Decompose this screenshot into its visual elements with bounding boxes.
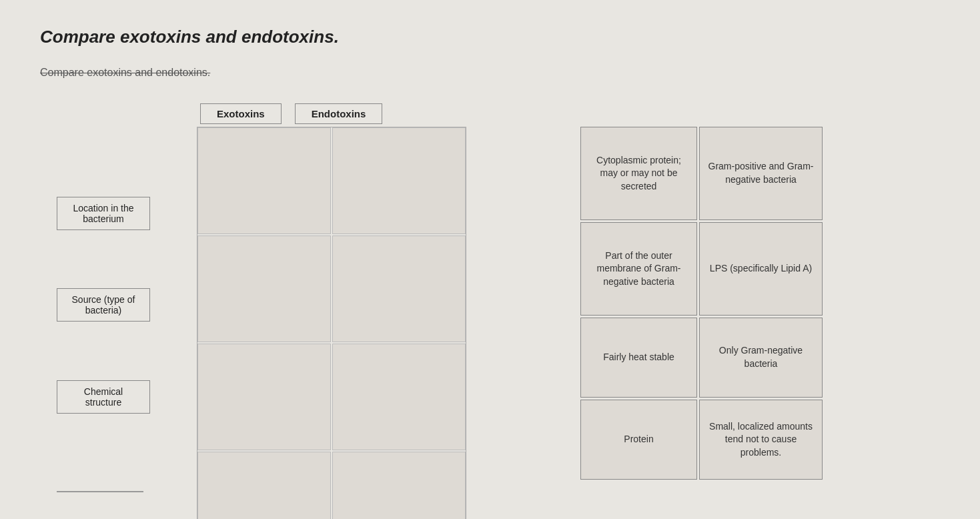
grid-cell-r4c2 bbox=[332, 452, 466, 519]
answer-cell-4: Fairly heat stable bbox=[580, 318, 697, 398]
col-header-endotoxins: Endotoxins bbox=[295, 103, 383, 124]
row-label-location: Location in thebacterium bbox=[57, 197, 150, 230]
page-subtitle: Compare exotoxins and endotoxins. bbox=[40, 67, 210, 79]
answer-grid: Cytoplasmic protein; may or may not be s… bbox=[580, 127, 823, 480]
answer-cell-1: Gram-positive and Gram-negative bacteria bbox=[699, 127, 823, 220]
answer-cell-3: LPS (specifically Lipid A) bbox=[699, 222, 823, 316]
answer-cell-7: Small, localized amounts tend not to cau… bbox=[699, 400, 823, 480]
grid-cell-r3c2 bbox=[332, 344, 466, 450]
grid-cell-r3c1 bbox=[197, 344, 331, 450]
row-label-chemical: Chemicalstructure bbox=[57, 380, 150, 414]
bottom-line bbox=[57, 491, 143, 492]
answer-cell-5: Only Gram-negative bacteria bbox=[699, 318, 823, 398]
col-header-exotoxins: Exotoxins bbox=[200, 103, 282, 124]
column-headers: Exotoxins Endotoxins bbox=[200, 103, 382, 124]
answer-cell-6: Protein bbox=[580, 400, 697, 480]
page-title: Compare exotoxins and endotoxins. bbox=[40, 27, 339, 47]
grid-cell-r2c2 bbox=[332, 235, 466, 342]
grid-cell-r1c1 bbox=[197, 127, 331, 234]
grid-cell-r2c1 bbox=[197, 235, 331, 342]
main-grid bbox=[197, 127, 466, 519]
answer-cell-2: Part of the outer membrane of Gram-negat… bbox=[580, 222, 697, 316]
grid-cell-r4c1 bbox=[197, 452, 331, 519]
row-label-source: Source (type ofbacteria) bbox=[57, 288, 150, 322]
answer-cell-0: Cytoplasmic protein; may or may not be s… bbox=[580, 127, 697, 220]
grid-cell-r1c2 bbox=[332, 127, 466, 234]
